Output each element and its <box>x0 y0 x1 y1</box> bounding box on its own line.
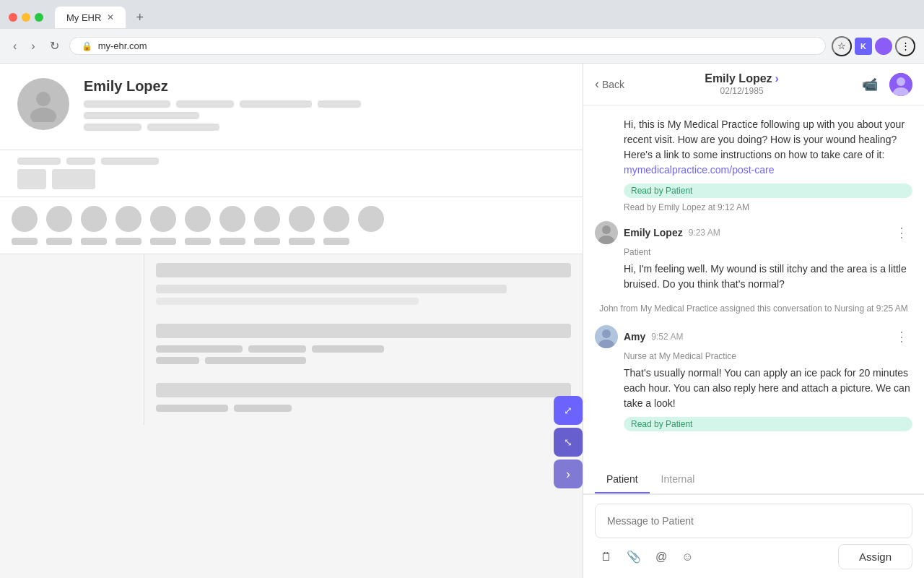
tab-patient[interactable]: Patient <box>595 466 650 493</box>
read-by-patient-badge: Read by Patient <box>624 417 912 431</box>
read-by-patient-badge: Read by Patient <box>624 184 912 198</box>
reload-button[interactable]: ↻ <box>45 36 64 56</box>
sender-avatar <box>595 221 618 244</box>
svg-point-9 <box>602 329 611 338</box>
patient-dob: 02/12/1985 <box>633 86 850 96</box>
mention-icon-button[interactable]: @ <box>650 546 673 568</box>
back-chevron-icon: ‹ <box>595 77 599 92</box>
ehr-body <box>0 254 583 425</box>
video-icon: 📹 <box>862 77 878 92</box>
message-time: 9:52 AM <box>651 332 683 342</box>
paperclip-icon: 📎 <box>627 551 641 563</box>
sender-role: Patient <box>624 247 912 257</box>
next-button[interactable]: › <box>554 460 583 488</box>
tab-internal[interactable]: Internal <box>650 466 707 493</box>
forward-button[interactable]: › <box>27 37 39 56</box>
address-bar[interactable]: 🔒 my-ehr.com <box>69 37 826 55</box>
patient-name: Emily Lopez <box>84 78 565 95</box>
tab-close-button[interactable]: ✕ <box>107 12 114 22</box>
read-timestamp: Read by Emily Lopez at 9:12 AM <box>624 202 912 212</box>
svg-point-3 <box>897 77 905 86</box>
messaging-panel: ‹ Back Emily Lopez › 02/12/1985 📹 <box>583 64 924 578</box>
patient-info: Emily Lopez <box>84 78 565 135</box>
ehr-sidebar <box>0 254 144 425</box>
note-icon: 🗒 <box>601 551 612 563</box>
browser-window-controls <box>9 13 43 22</box>
message-text: Hi, I'm feeling well. My wound is still … <box>624 262 912 292</box>
chevron-right-icon: › <box>566 467 570 482</box>
browser-tab[interactable]: My EHR ✕ <box>55 7 126 28</box>
skeleton-bar <box>147 124 219 131</box>
note-icon-button[interactable]: 🗒 <box>595 546 618 568</box>
message-item: Emily Lopez 9:23 AM ⋮ Patient Hi, I'm fe… <box>595 221 912 292</box>
expand-icon: ⤢ <box>564 405 572 416</box>
extension-avatar-icon[interactable] <box>875 38 892 55</box>
sender-role: Nurse at My Medical Practice <box>624 351 912 361</box>
message-options-button[interactable]: ⋮ <box>891 327 912 346</box>
extension-k-icon[interactable]: K <box>855 38 872 55</box>
system-message: John from My Medical Practice assigned t… <box>595 301 912 316</box>
at-icon: @ <box>655 551 667 563</box>
ehr-nav <box>0 150 583 197</box>
skeleton-bar <box>84 124 141 131</box>
sender-name: Amy <box>624 331 645 342</box>
message-options-button[interactable]: ⋮ <box>891 223 912 242</box>
bookmark-button[interactable]: ☆ <box>832 36 852 56</box>
lock-icon: 🔒 <box>82 41 92 51</box>
back-button[interactable]: ‹ <box>9 37 21 56</box>
minimize-dot <box>22 13 30 22</box>
back-button[interactable]: ‹ Back <box>595 77 624 92</box>
tab-circles-row <box>0 197 583 254</box>
new-tab-button[interactable]: + <box>131 10 148 25</box>
video-call-button[interactable]: 📹 <box>859 74 881 95</box>
expand-button[interactable]: ⤢ <box>554 396 583 425</box>
collapse-icon: ⤡ <box>564 436 572 448</box>
compose-area: 🗒 📎 @ ☺ Assign <box>583 494 924 578</box>
svg-point-1 <box>30 108 56 122</box>
assign-button[interactable]: Assign <box>838 544 912 569</box>
float-button-group: ⤢ ⤡ › <box>554 396 583 488</box>
close-dot <box>9 13 17 22</box>
attach-icon-button[interactable]: 📎 <box>621 545 647 568</box>
sender-name: Emily Lopez <box>624 227 683 238</box>
message-text: Hi, this is My Medical Practice followin… <box>624 117 912 178</box>
skeleton-bar <box>84 100 170 108</box>
sender-avatar <box>595 325 618 348</box>
messaging-header: ‹ Back Emily Lopez › 02/12/1985 📹 <box>583 64 924 105</box>
ehr-main-content <box>144 254 583 425</box>
skeleton-bar <box>176 100 234 108</box>
maximize-dot <box>35 13 43 22</box>
svg-point-6 <box>602 225 611 234</box>
chrome-menu-button[interactable]: ⋮ <box>895 36 915 56</box>
messaging-patient-name: Emily Lopez <box>705 72 772 85</box>
message-input[interactable] <box>595 504 912 538</box>
skeleton-bar <box>240 100 312 108</box>
svg-point-0 <box>36 92 51 106</box>
emoji-icon: ☺ <box>681 551 693 563</box>
url-text: my-ehr.com <box>98 40 147 51</box>
patient-profile-link-icon[interactable]: › <box>775 72 779 85</box>
skeleton-bar <box>318 100 361 108</box>
tab-title: My EHR <box>66 12 101 23</box>
skeleton-bar <box>84 112 199 119</box>
messaging-patient-info: Emily Lopez › 02/12/1985 <box>633 72 850 96</box>
patient-avatar <box>17 78 69 130</box>
ehr-panel: Emily Lopez <box>0 64 583 578</box>
message-time: 9:23 AM <box>689 228 720 238</box>
compose-tabs: Patient Internal <box>583 466 924 494</box>
user-avatar <box>889 73 912 96</box>
post-care-link[interactable]: mymedicalpractice.com/post-care <box>624 164 775 176</box>
message-item: Amy 9:52 AM ⋮ Nurse at My Medical Practi… <box>595 325 912 431</box>
back-label: Back <box>602 79 624 90</box>
patient-header: Emily Lopez <box>0 64 583 150</box>
messages-area: Hi, this is My Medical Practice followin… <box>583 105 924 466</box>
emoji-icon-button[interactable]: ☺ <box>676 546 699 568</box>
message-text: That's usually normal! You can apply an … <box>624 366 912 411</box>
collapse-button[interactable]: ⤡ <box>554 428 583 457</box>
message-item: Hi, this is My Medical Practice followin… <box>595 117 912 212</box>
